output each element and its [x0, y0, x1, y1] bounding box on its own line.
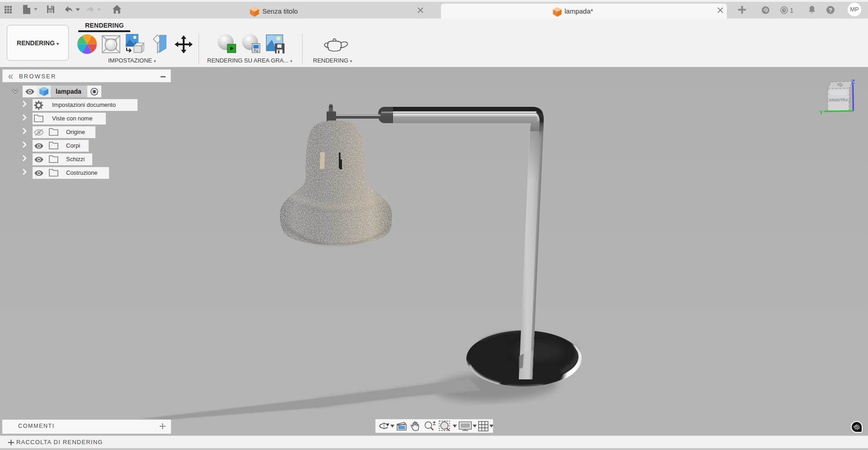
svg-text:SINISTRA: SINISTRA [829, 97, 849, 102]
svg-text:Z: Z [851, 78, 855, 85]
svg-text:?: ? [829, 7, 832, 14]
svg-text:Y: Y [819, 109, 823, 116]
